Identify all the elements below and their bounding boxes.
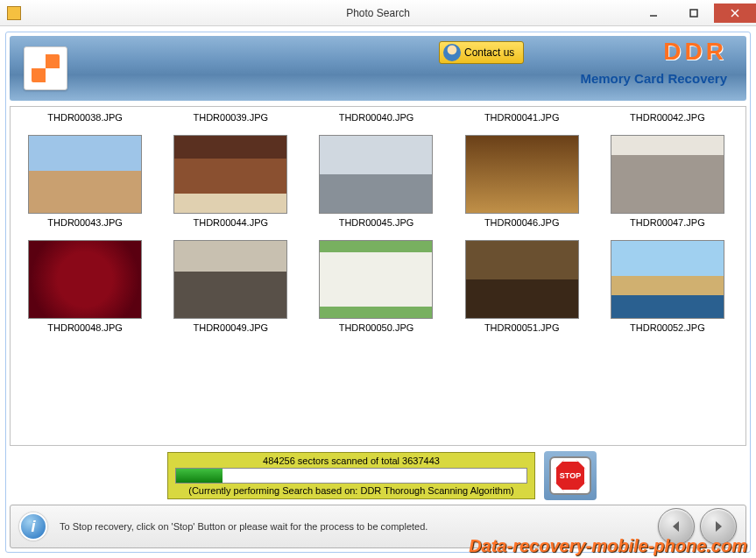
- window-controls: [633, 4, 756, 23]
- photo-filename: THDR00046.JPG: [453, 217, 591, 228]
- stop-icon: STOP: [555, 460, 586, 491]
- info-text: To Stop recovery, click on 'Stop' Button…: [60, 521, 427, 532]
- header-banner: Contact us DDR Memory Card Recovery: [10, 36, 746, 101]
- svg-marker-4: [673, 521, 679, 532]
- photo-filename: THDR00047.JPG: [598, 217, 737, 228]
- photo-item[interactable]: THDR00038.JPG: [16, 112, 154, 123]
- contact-label: Contact us: [464, 46, 514, 59]
- photo-filename: THDR00052.JPG: [598, 322, 737, 333]
- outer-frame: Contact us DDR Memory Card Recovery THDR…: [5, 32, 751, 553]
- photo-item[interactable]: THDR00041.JPG: [453, 112, 591, 123]
- progress-status-text: 484256 sectors scanned of total 3637443: [175, 456, 527, 466]
- window-title: Photo Search: [346, 7, 410, 19]
- photo-filename: THDR00048.JPG: [16, 322, 154, 333]
- contact-us-button[interactable]: Contact us: [439, 41, 524, 64]
- stop-button[interactable]: STOP: [549, 456, 591, 495]
- logo-pattern-icon: [32, 54, 60, 82]
- photo-thumbnail: [28, 135, 142, 214]
- photo-item[interactable]: THDR00050.JPG: [307, 235, 445, 333]
- photo-item[interactable]: THDR00049.JPG: [161, 235, 300, 333]
- photo-thumbnail: [611, 135, 724, 214]
- photo-thumbnail: [173, 135, 287, 214]
- photo-thumbnail: [465, 135, 579, 214]
- photo-item[interactable]: THDR00048.JPG: [16, 235, 154, 333]
- photo-grid-frame: THDR00038.JPGTHDR00039.JPGTHDR00040.JPGT…: [10, 106, 746, 446]
- watermark: Data-recovery-mobile-phone.com: [469, 536, 747, 556]
- progress-row: 484256 sectors scanned of total 3637443 …: [10, 451, 746, 500]
- close-button[interactable]: [714, 4, 756, 23]
- photo-grid: THDR00038.JPGTHDR00039.JPGTHDR00040.JPGT…: [16, 112, 737, 333]
- brand-subtitle: Memory Card Recovery: [580, 71, 727, 86]
- photo-filename: THDR00051.JPG: [453, 322, 591, 333]
- photo-item[interactable]: THDR00039.JPG: [161, 112, 300, 123]
- photo-filename: THDR00049.JPG: [161, 322, 300, 333]
- photo-item[interactable]: THDR00052.JPG: [598, 235, 737, 333]
- photo-filename: THDR00041.JPG: [453, 112, 591, 123]
- photo-item[interactable]: THDR00045.JPG: [307, 130, 445, 228]
- photo-thumbnail: [319, 240, 433, 319]
- photo-item[interactable]: THDR00047.JPG: [598, 130, 737, 228]
- photo-filename: THDR00050.JPG: [307, 322, 445, 333]
- app-logo: [24, 46, 67, 90]
- photo-filename: THDR00039.JPG: [161, 112, 300, 123]
- maximize-button[interactable]: [674, 4, 714, 23]
- photo-thumbnail: [611, 240, 724, 319]
- app-icon: [7, 6, 21, 20]
- photo-thumbnail: [465, 240, 579, 319]
- photo-thumbnail: [319, 135, 433, 214]
- person-icon: [443, 44, 461, 61]
- photo-grid-scroll[interactable]: THDR00038.JPGTHDR00039.JPGTHDR00040.JPGT…: [16, 112, 740, 440]
- photo-item[interactable]: THDR00040.JPG: [307, 112, 445, 123]
- photo-filename: THDR00043.JPG: [16, 217, 154, 228]
- photo-filename: THDR00042.JPG: [598, 112, 737, 123]
- photo-filename: THDR00045.JPG: [307, 217, 445, 228]
- minimize-button[interactable]: [633, 4, 674, 23]
- photo-item[interactable]: THDR00043.JPG: [16, 130, 154, 228]
- progress-algorithm-text: (Currently performing Search based on: D…: [175, 485, 527, 496]
- photo-thumbnail: [28, 240, 142, 319]
- photo-filename: THDR00038.JPG: [16, 112, 154, 123]
- photo-filename: THDR00040.JPG: [307, 112, 445, 123]
- photo-item[interactable]: THDR00044.JPG: [161, 130, 300, 228]
- photo-item[interactable]: THDR00042.JPG: [598, 112, 737, 123]
- svg-marker-5: [716, 521, 722, 532]
- photo-filename: THDR00044.JPG: [161, 217, 300, 228]
- info-icon: i: [19, 512, 47, 540]
- stop-area: STOP: [544, 451, 597, 500]
- titlebar: Photo Search: [0, 0, 756, 26]
- progress-bar-fill: [176, 469, 223, 483]
- progress-panel: 484256 sectors scanned of total 3637443 …: [167, 452, 535, 499]
- progress-bar: [175, 468, 527, 484]
- svg-rect-1: [690, 10, 697, 17]
- photo-thumbnail: [173, 240, 287, 319]
- photo-item[interactable]: THDR00051.JPG: [453, 235, 591, 333]
- window-body: Contact us DDR Memory Card Recovery THDR…: [0, 26, 756, 558]
- brand-logo: DDR: [663, 38, 727, 66]
- photo-item[interactable]: THDR00046.JPG: [453, 130, 591, 228]
